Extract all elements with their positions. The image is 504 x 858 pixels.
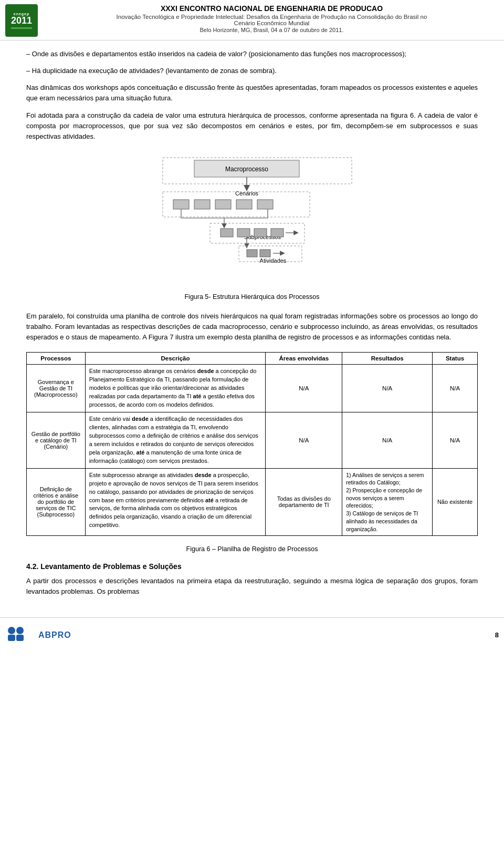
process-table-container: Processos Descrição Áreas envolvidas Res… (26, 352, 478, 536)
col-areas: Áreas envolvidas (266, 353, 342, 365)
resultados-cell: N/A (342, 365, 433, 412)
svg-point-29 (16, 627, 24, 634)
figure-6-caption: Figura 6 – Planilha de Registro de Proce… (26, 545, 478, 553)
page-footer: ABPRO 8 (0, 617, 504, 653)
paragraph-4: Foi adotada para a construção da cadeia … (26, 110, 478, 142)
conference-subtitle2: Cenário Econômico Mundial (45, 20, 499, 26)
status-cell: N/A (433, 365, 478, 412)
processo-cell: Governança e Gestão de TI (Macroprocesso… (27, 365, 86, 412)
paragraph-2: – Há duplicidade na execução de atividad… (26, 66, 478, 76)
svg-text:Cenários: Cenários (235, 190, 259, 197)
svg-rect-21 (247, 250, 257, 257)
col-descricao: Descrição (85, 353, 266, 365)
main-content: – Onde as divisões e departamentos estão… (0, 40, 504, 612)
page-header: enegep 2011 XXXI ENCONTRO NACIONAL DE EN… (0, 0, 504, 40)
paragraph-6: Em paralelo, foi construída uma planilha… (26, 311, 478, 343)
svg-rect-31 (16, 635, 24, 641)
conference-subtitle1: Inovação Tecnológica e Propriedade Intel… (45, 14, 499, 20)
svg-rect-4 (173, 200, 189, 209)
descricao-cell: Este macroprocesso abrange os cenários d… (85, 365, 266, 412)
svg-point-28 (8, 627, 15, 634)
status-cell: Não existente (433, 468, 478, 536)
table-row: Gestão de portfólio e catálogo de TI (Ce… (27, 412, 478, 469)
processo-cell: Gestão de portfólio e catálogo de TI (Ce… (27, 412, 86, 469)
descricao-cell: Este subprocesso abrange as atividades d… (85, 468, 266, 536)
svg-rect-8 (257, 200, 273, 209)
header-text: XXXI ENCONTRO NACIONAL DE ENGENHARIA DE … (45, 4, 499, 33)
areas-cell: N/A (266, 412, 342, 469)
svg-rect-15 (237, 229, 250, 237)
svg-rect-17 (271, 229, 284, 237)
table-row: Governança e Gestão de TI (Macroprocesso… (27, 365, 478, 412)
conference-title: XXXI ENCONTRO NACIONAL DE ENGENHARIA DE … (45, 4, 499, 13)
svg-rect-14 (220, 229, 233, 237)
section-42-heading: 4.2. Levantamento de Problemas e Soluçõe… (26, 562, 478, 571)
resultados-cell: N/A (342, 412, 433, 469)
svg-rect-30 (8, 635, 15, 641)
paragraph-8: A partir dos processos e descrições leva… (26, 576, 478, 597)
col-resultados: Resultados (342, 353, 433, 365)
svg-rect-6 (215, 200, 231, 209)
figure-5-caption: Figura 5- Estrutura Hierárquica dos Proc… (26, 293, 478, 301)
paragraph-3: Nas dinâmicas dos workshops após conceit… (26, 82, 478, 104)
enegep-logo: enegep 2011 (5, 4, 39, 37)
hierarchy-diagram: Macroprocesso Cenários Subprocessos (121, 152, 383, 289)
svg-text:Atividades: Atividades (260, 257, 287, 264)
process-table: Processos Descrição Áreas envolvidas Res… (26, 352, 478, 536)
descricao-cell: Este cenário vai desde a identificação d… (85, 412, 266, 469)
abpro-logo-area: ABPRO (5, 622, 71, 648)
areas-cell: Todas as divisões do departamento de TI (266, 468, 342, 536)
processo-cell: Definição de critérios e análise do port… (27, 468, 86, 536)
svg-text:Macroprocesso: Macroprocesso (225, 166, 268, 173)
status-cell: N/A (433, 412, 478, 469)
areas-cell: N/A (266, 365, 342, 412)
col-status: Status (433, 353, 478, 365)
table-row: Definição de critérios e análise do port… (27, 468, 478, 536)
abpro-icon (5, 622, 34, 648)
svg-rect-22 (260, 250, 270, 257)
conference-location: Belo Horizonte, MG, Brasil, 04 a 07 de o… (45, 27, 499, 33)
col-processos: Processos (27, 353, 86, 365)
svg-rect-16 (254, 229, 267, 237)
svg-rect-5 (194, 200, 210, 209)
figure-5-container: Macroprocesso Cenários Subprocessos (26, 152, 478, 301)
resultados-cell: 1) Análises de serviços a serem retirado… (342, 468, 433, 536)
paragraph-1: – Onde as divisões e departamentos estão… (26, 49, 478, 59)
page-number: 8 (495, 631, 499, 639)
svg-rect-7 (236, 200, 252, 209)
